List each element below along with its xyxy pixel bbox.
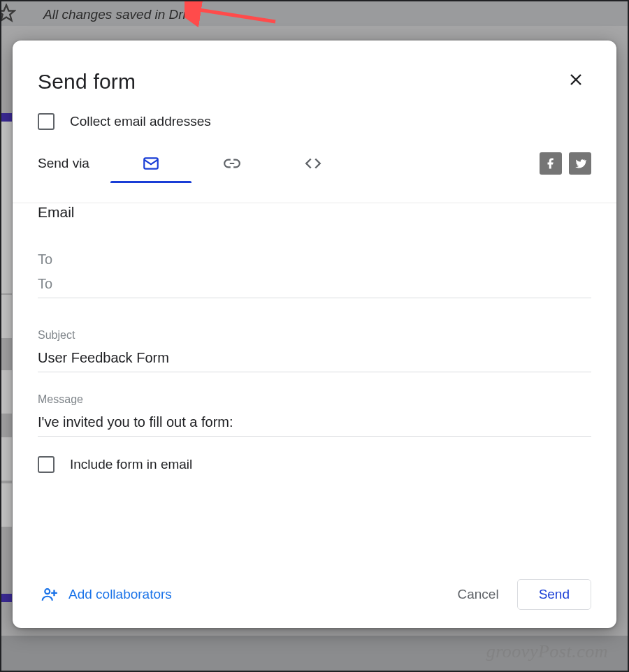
message-input[interactable] (38, 410, 591, 437)
dialog-title: Send form (38, 70, 591, 94)
bg-row (1, 483, 12, 527)
collect-email-label: Collect email addresses (70, 114, 211, 129)
include-form-row: Include form in email (38, 456, 591, 473)
app-background: All changes saved in Drive groovyPost.co… (0, 0, 629, 672)
bg-accent (1, 113, 12, 122)
watermark-text: groovyPost.com (486, 641, 608, 662)
to-input[interactable] (38, 272, 591, 298)
send-form-dialog: Send form Collect email addresses Send v… (13, 41, 616, 628)
bg-row (1, 370, 12, 414)
social-share (540, 152, 591, 175)
collect-email-row: Collect email addresses (38, 113, 591, 130)
send-via-row: Send via (38, 144, 591, 183)
tab-link[interactable] (191, 144, 273, 183)
saved-status-text: All changes saved in Drive (43, 7, 200, 22)
tab-embed[interactable] (273, 144, 354, 183)
bg-row (1, 437, 12, 481)
bg-accent (1, 594, 12, 602)
embed-icon (304, 154, 322, 173)
to-field-label: To (38, 251, 591, 268)
close-icon (567, 71, 584, 88)
include-form-label: Include form in email (70, 457, 192, 472)
svg-marker-0 (0, 5, 15, 20)
close-button[interactable] (563, 67, 588, 92)
include-form-checkbox[interactable] (38, 456, 55, 473)
twitter-icon (574, 157, 586, 170)
send-via-label: Send via (38, 156, 110, 171)
svg-point-6 (45, 589, 50, 594)
collect-email-checkbox[interactable] (38, 113, 55, 130)
email-section-heading: Email (38, 204, 591, 221)
send-button[interactable]: Send (517, 579, 591, 610)
email-icon (142, 154, 160, 173)
facebook-share-button[interactable] (540, 152, 562, 175)
add-collaborators-label: Add collaborators (68, 587, 172, 602)
cancel-button[interactable]: Cancel (444, 580, 511, 609)
facebook-icon (544, 157, 557, 170)
star-icon[interactable] (0, 1, 18, 25)
message-field-label: Message (38, 393, 591, 406)
divider (13, 203, 616, 203)
dialog-footer: Add collaborators Cancel Send (38, 579, 591, 610)
twitter-share-button[interactable] (569, 152, 591, 175)
add-collaborators-button[interactable]: Add collaborators (38, 581, 175, 608)
bg-row (1, 295, 12, 338)
subject-field-label: Subject (38, 329, 591, 342)
bg-row (1, 122, 12, 293)
link-icon (223, 154, 241, 173)
tab-email[interactable] (110, 144, 191, 183)
person-add-icon (41, 585, 59, 604)
subject-input[interactable] (38, 346, 591, 372)
